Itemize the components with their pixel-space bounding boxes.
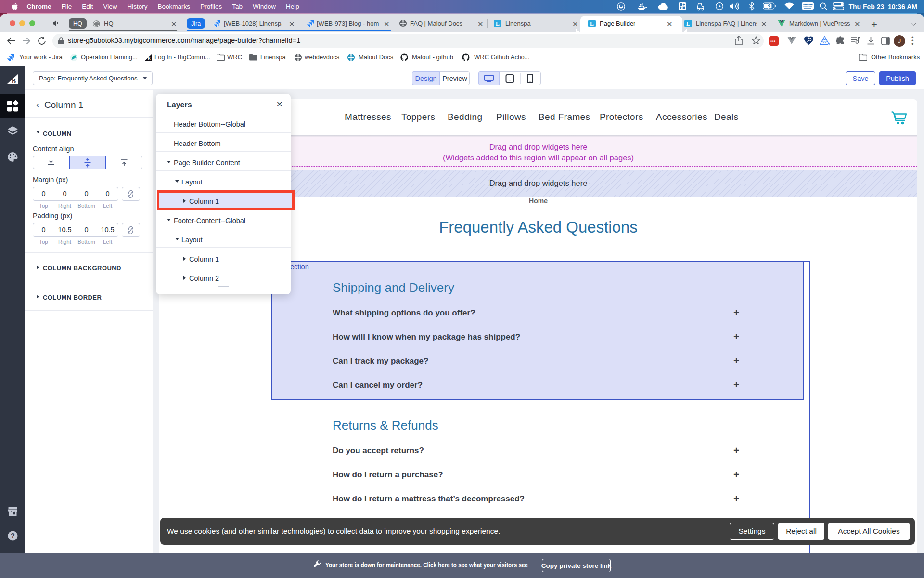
svg-text:?: ? — [11, 532, 15, 539]
svg-text:B: B — [148, 56, 151, 61]
svg-text:B: B — [12, 78, 16, 85]
svg-text:ax: ax — [823, 40, 826, 43]
